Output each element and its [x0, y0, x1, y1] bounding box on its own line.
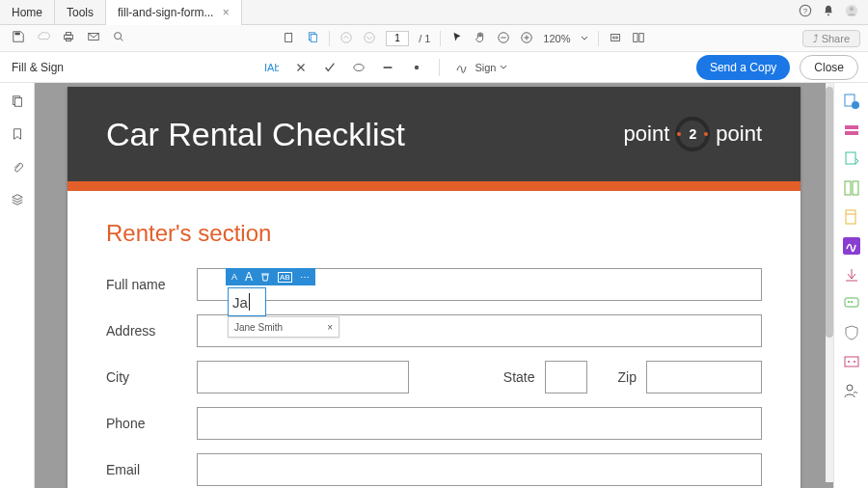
app-tabs-bar: Home Tools fill-and-sign-form... × ? [0, 0, 868, 25]
tool-fill-sign-icon[interactable] [843, 237, 860, 255]
zoom-in-icon[interactable] [520, 31, 533, 46]
svg-point-43 [851, 301, 853, 303]
section-heading: Renter's section [106, 220, 762, 247]
text-tool[interactable]: IAb [263, 61, 279, 74]
label-state: State [503, 369, 535, 385]
page-up-icon[interactable] [339, 31, 353, 46]
tool-send-icon[interactable] [843, 266, 860, 284]
fit-width-icon[interactable] [609, 31, 622, 46]
right-tools-panel [833, 83, 868, 488]
vertical-scrollbar[interactable] [826, 83, 833, 482]
field-phone[interactable] [197, 407, 762, 440]
tool-combine-icon[interactable] [843, 122, 860, 139]
close-button[interactable]: Close [800, 55, 858, 80]
circle-tool[interactable] [352, 61, 366, 74]
attachment-icon[interactable] [11, 160, 24, 177]
field-zip[interactable] [646, 361, 762, 393]
close-icon[interactable]: × [223, 6, 230, 19]
document-title: Car Rental Checklist [106, 116, 405, 153]
sign-tool[interactable]: Sign [455, 61, 507, 74]
thumbnails-icon[interactable] [11, 95, 24, 112]
tab-document[interactable]: fill-and-sign-form... × [106, 0, 242, 25]
selection-tool-icon[interactable] [283, 31, 296, 46]
field-city[interactable] [197, 361, 409, 393]
font-small-icon[interactable]: A [231, 272, 237, 282]
tool-edit-icon[interactable] [843, 179, 860, 197]
cloud-icon[interactable] [37, 30, 50, 47]
style-box-icon[interactable]: AB [278, 272, 292, 283]
tab-home[interactable]: Home [0, 0, 55, 25]
x-mark-tool[interactable] [294, 61, 308, 74]
text-annotation-input[interactable]: Ja [228, 287, 266, 316]
tool-comment-icon[interactable] [843, 295, 860, 312]
svg-rect-23 [633, 33, 637, 41]
label-zip: Zip [618, 369, 637, 385]
tab-tools[interactable]: Tools [55, 0, 106, 25]
page-number-input[interactable] [386, 31, 409, 46]
svg-text:?: ? [803, 6, 808, 14]
page-down-icon[interactable] [363, 31, 376, 46]
main-toolbar: / 1 120% ⤴Share [0, 25, 868, 52]
send-copy-button[interactable]: Send a Copy [696, 55, 790, 80]
svg-point-47 [847, 385, 853, 391]
font-large-icon[interactable]: A [245, 270, 253, 284]
layers-icon[interactable] [11, 193, 24, 210]
field-state[interactable] [545, 361, 587, 393]
svg-point-45 [848, 361, 850, 363]
bell-icon[interactable] [822, 4, 835, 21]
tool-export-icon[interactable] [843, 150, 860, 168]
svg-rect-7 [66, 32, 70, 35]
delete-icon[interactable] [260, 272, 270, 282]
suggestion-close-icon[interactable]: × [327, 322, 333, 333]
share-button[interactable]: ⤴Share [802, 30, 860, 47]
autofill-suggestion[interactable]: Jane Smith × [228, 316, 339, 338]
svg-rect-14 [311, 34, 316, 41]
svg-rect-38 [846, 210, 855, 224]
svg-rect-44 [845, 357, 858, 366]
more-options-icon[interactable]: ⋯ [300, 272, 310, 283]
mail-icon[interactable] [87, 30, 100, 47]
zoom-out-icon[interactable] [497, 31, 510, 46]
svg-point-10 [115, 32, 122, 39]
svg-point-42 [848, 301, 850, 303]
svg-rect-35 [846, 152, 855, 164]
print-icon[interactable] [62, 30, 75, 47]
brand-logo: point 2 point [624, 117, 762, 151]
document-viewport[interactable]: Car Rental Checklist point 2 point Rente… [35, 83, 833, 488]
text-cursor [249, 293, 250, 311]
text-annotation-toolbar: A A AB ⋯ [226, 268, 315, 285]
svg-rect-12 [285, 33, 292, 41]
tool-protect-icon[interactable] [843, 324, 860, 341]
dot-tool[interactable] [410, 61, 423, 74]
label-address: Address [106, 323, 187, 339]
page-total: / 1 [419, 33, 430, 44]
tab-document-label: fill-and-sign-form... [118, 6, 213, 19]
profile-icon[interactable] [845, 4, 858, 21]
save-icon[interactable] [12, 30, 25, 47]
bookmark-icon[interactable] [11, 127, 24, 145]
chevron-down-icon[interactable] [581, 35, 588, 42]
label-phone: Phone [106, 416, 187, 431]
pointer-icon[interactable] [450, 31, 464, 46]
tool-sign-request-icon[interactable] [843, 382, 860, 399]
checkmark-tool[interactable] [323, 61, 337, 74]
help-icon[interactable]: ? [799, 4, 812, 21]
scrollbar-thumb[interactable] [826, 87, 833, 338]
copy-icon[interactable] [306, 31, 319, 46]
tool-more-icon[interactable] [843, 353, 860, 370]
field-email[interactable] [197, 453, 762, 486]
zoom-level[interactable]: 120% [543, 33, 570, 44]
tool-create-pdf-icon[interactable] [843, 93, 860, 110]
label-fullname: Full name [106, 277, 187, 292]
svg-point-46 [854, 361, 855, 363]
svg-rect-5 [15, 32, 20, 35]
hand-icon[interactable] [474, 31, 487, 46]
label-city: City [106, 369, 187, 385]
svg-rect-33 [845, 125, 858, 129]
page-display-icon[interactable] [632, 31, 645, 46]
tool-organize-icon[interactable] [843, 208, 860, 226]
fill-sign-toolbar: Fill & Sign IAb Sign Send a Copy Close [0, 52, 868, 83]
line-tool[interactable] [381, 61, 394, 74]
search-icon[interactable] [112, 30, 125, 47]
svg-line-11 [121, 38, 123, 41]
